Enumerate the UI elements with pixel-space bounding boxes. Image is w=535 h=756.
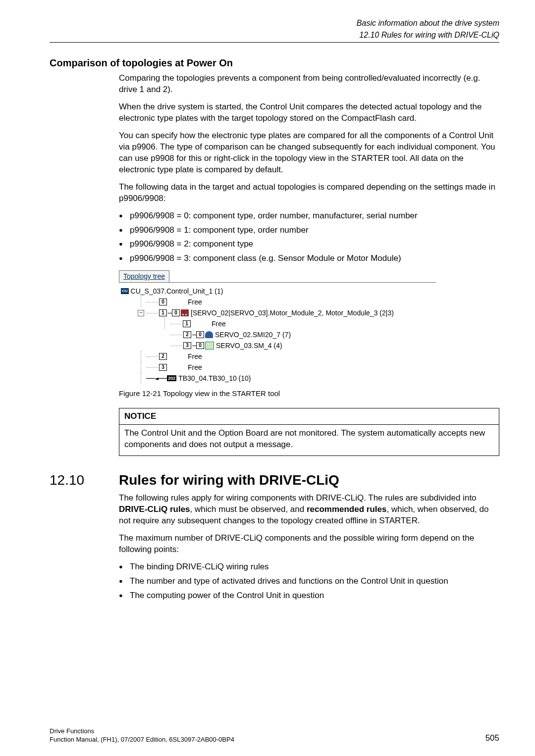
tree-root-label: CU_S_037.Control_Unit_1 (1) xyxy=(131,286,223,297)
sec1210-bullet-list: The binding DRIVE-CLiQ wiring rules The … xyxy=(119,561,499,602)
page-footer: Drive Functions Function Manual, (FH1), … xyxy=(50,727,499,744)
tree-port-0[interactable]: 0 Free xyxy=(121,297,434,307)
port-box: 0 xyxy=(172,309,180,316)
smi-icon xyxy=(205,331,213,338)
compare-bullet: p9906/9908 = 1: component type, order nu… xyxy=(119,225,499,236)
port-box: 1 xyxy=(183,320,191,327)
port-box: 2 xyxy=(159,353,167,360)
port-box: 2 xyxy=(183,331,191,338)
compare-bullet-list: p9906/9908 = 0: component type, order nu… xyxy=(119,210,499,265)
tree-connector-arrow: ──◄── xyxy=(146,373,167,384)
tree-motor-module[interactable]: − 1 0 [SERVO_02|SERVO_03].Motor_Module_2… xyxy=(121,307,434,318)
section-title: Rules for wiring with DRIVE-CLiQ xyxy=(119,471,339,490)
sec1210-bullet: The computing power of the Control Unit … xyxy=(119,590,499,602)
free-label: Free xyxy=(188,297,202,307)
compare-heading: Comparison of topologies at Power On xyxy=(50,56,499,70)
sensor-module-icon xyxy=(205,342,214,350)
section-heading: 12.10 Rules for wiring with DRIVE-CLiQ xyxy=(50,471,499,490)
cu-icon: CU xyxy=(121,288,129,294)
motor-module-icon xyxy=(181,309,189,316)
sec1210-p1: The following rules apply for wiring com… xyxy=(119,493,499,527)
section-number: 12.10 xyxy=(50,471,104,490)
notice-box: NOTICE The Control Unit and the Option B… xyxy=(119,408,499,456)
free-label: Free xyxy=(212,318,226,329)
sec1210-bullet: The number and type of activated drives … xyxy=(119,576,499,587)
tree-tb30[interactable]: ──◄── 202 TB30_04.TB30_10 (10) xyxy=(121,373,434,384)
motor-module-label: [SERVO_02|SERVO_03].Motor_Module_2, Moto… xyxy=(191,307,394,318)
port-box: 3 xyxy=(159,364,167,371)
compare-p1: Comparing the topologies prevents a comp… xyxy=(119,73,499,96)
sec1210-p2: The maximum number of DRIVE-CLiQ compone… xyxy=(119,533,499,555)
tree-mm-port1[interactable]: 1 Free xyxy=(121,318,434,329)
tb-icon: 202 xyxy=(167,375,176,381)
notice-title: NOTICE xyxy=(119,408,499,425)
tree-root[interactable]: CU CU_S_037.Control_Unit_1 (1) xyxy=(121,286,434,297)
tree-port-2[interactable]: 2 Free xyxy=(121,351,434,362)
free-label: Free xyxy=(188,351,202,362)
compare-bullet: p9906/9908 = 3: component class (e.g. Se… xyxy=(119,253,499,264)
footer-line1: Drive Functions xyxy=(50,727,234,736)
tree-port-3[interactable]: 3 Free xyxy=(121,362,434,373)
tree-sm4[interactable]: 3 0 SERVO_03.SM_4 (4) xyxy=(121,340,434,351)
running-subtitle: 12.10 Rules for wiring with DRIVE-CLiQ xyxy=(50,30,499,41)
collapse-icon[interactable]: − xyxy=(138,310,144,316)
port-box: 3 xyxy=(183,342,191,349)
compare-p4: The following data in the target and act… xyxy=(119,182,499,204)
sec1210-bullet: The binding DRIVE-CLiQ wiring rules xyxy=(119,561,499,573)
smi-label: SERVO_02.SMI20_7 (7) xyxy=(215,329,291,340)
tb30-label: TB30_04.TB30_10 (10) xyxy=(178,373,251,384)
footer-line2: Function Manual, (FH1), 07/2007 Edition,… xyxy=(50,735,234,744)
page-number: 505 xyxy=(485,733,499,744)
tree-smi[interactable]: 2 0 SERVO_02.SMI20_7 (7) xyxy=(121,329,434,340)
topology-tree-body: CU CU_S_037.Control_Unit_1 (1) 0 Free − … xyxy=(119,282,436,386)
topology-tab[interactable]: Topology tree xyxy=(119,270,169,282)
compare-p3: You can specify how the electronic type … xyxy=(119,130,499,176)
sm4-label: SERVO_03.SM_4 (4) xyxy=(216,340,282,351)
port-box: 1 xyxy=(159,309,167,316)
header-rule xyxy=(50,42,499,43)
notice-body: The Control Unit and the Option Board ar… xyxy=(119,425,499,455)
compare-bullet: p9906/9908 = 0: component type, order nu… xyxy=(119,210,499,222)
compare-bullet: p9906/9908 = 2: component type xyxy=(119,239,499,250)
topology-tree-widget: Topology tree CU CU_S_037.Control_Unit_1… xyxy=(119,270,436,386)
port-box: 0 xyxy=(159,299,167,305)
figure-caption: Figure 12-21 Topology view in the STARTE… xyxy=(119,389,499,399)
port-box: 0 xyxy=(196,342,204,349)
free-label: Free xyxy=(188,362,202,373)
port-box: 0 xyxy=(196,331,204,338)
running-title: Basic information about the drive system xyxy=(50,18,499,29)
compare-p2: When the drive system is started, the Co… xyxy=(119,101,499,124)
